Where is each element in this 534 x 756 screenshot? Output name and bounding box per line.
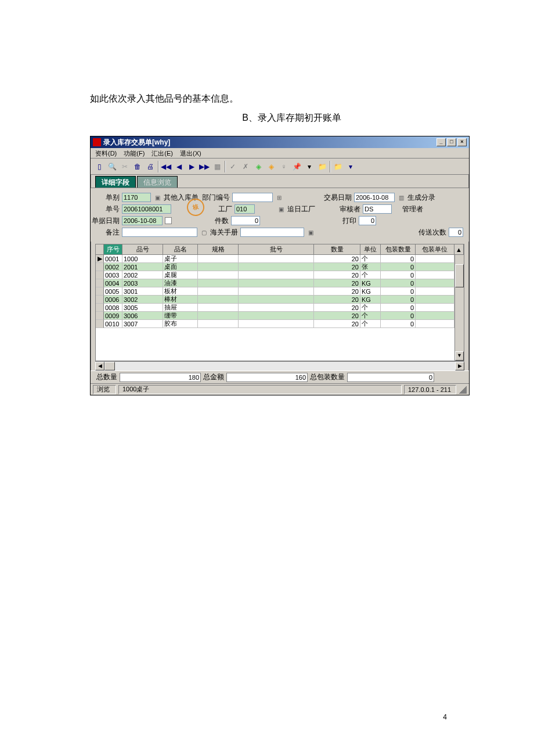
close-button[interactable]: × (457, 138, 467, 146)
table-row[interactable]: 00042003油漆20KG0 (96, 279, 464, 287)
calendar-icon[interactable]: ▥ (397, 193, 405, 201)
checkbox-djrq[interactable] (165, 217, 172, 224)
preview-icon[interactable]: 🔍 (107, 161, 117, 172)
manual-icon[interactable]: ▣ (306, 228, 315, 236)
tab-info-browse[interactable]: 信息浏览 (137, 176, 178, 188)
cell: 20 (314, 263, 360, 271)
label-dayin: 打印 (339, 216, 356, 226)
scroll-left-button[interactable]: ◀ (95, 362, 104, 370)
cancel-icon[interactable]: ✗ (240, 161, 251, 172)
tree-icon[interactable]: ⊞ (275, 193, 283, 201)
field-total-pack: 0 (347, 373, 434, 382)
cell: 0002 (104, 263, 122, 271)
cell: 胶布 (163, 320, 198, 328)
cell (198, 255, 239, 263)
filter-icon[interactable]: ♀ (279, 161, 289, 172)
cell: 绷带 (163, 312, 198, 320)
label-zhuichang: 追日工厂 (287, 204, 315, 214)
horizontal-scrollbar[interactable]: ◀ ▶ (95, 361, 464, 370)
label-jyrq: 交易日期 (323, 193, 352, 203)
col-pm[interactable]: 品名 (163, 244, 198, 254)
menu-exit[interactable]: 退出(X) (180, 149, 201, 157)
field-shenhe[interactable]: DS (363, 204, 392, 214)
cell: 2003 (122, 279, 163, 287)
col-seq[interactable]: 序号 (104, 244, 122, 254)
toolbar-separator (330, 161, 330, 172)
field-haiguan[interactable] (240, 228, 304, 237)
field-beizhu[interactable] (122, 228, 197, 237)
table-row[interactable]: 00032002桌腿20个0 (96, 271, 464, 279)
label-sheng: 生成分录 (407, 193, 435, 203)
table-row[interactable]: 00083005抽屉20个0 (96, 304, 464, 312)
titlebar[interactable]: 录入库存交易单[why] _ □ × (91, 136, 469, 148)
cell: 油漆 (163, 279, 198, 287)
approve-icon[interactable]: ◈ (253, 161, 264, 172)
note-icon[interactable]: ▢ (200, 228, 208, 236)
cell: 0 (381, 320, 416, 328)
cell (198, 271, 239, 279)
doc-icon[interactable]: ▣ (277, 205, 285, 213)
calc-icon[interactable]: ▦ (212, 161, 222, 172)
minimize-button[interactable]: _ (436, 138, 446, 146)
col-sl[interactable]: 数量 (314, 244, 360, 254)
print-icon[interactable]: 🖨 (145, 161, 156, 172)
scroll-thumb[interactable] (455, 264, 464, 287)
folder2-icon[interactable]: 📁 (333, 161, 343, 172)
label-danbie: 单别 (96, 193, 120, 203)
scroll-right-button[interactable]: ▶ (455, 362, 464, 370)
scroll-down-button[interactable]: ▼ (455, 351, 464, 361)
vertical-scrollbar[interactable]: ▼ (454, 255, 464, 361)
cell (239, 320, 314, 328)
confirm-icon[interactable]: ✓ (228, 161, 238, 172)
field-djrq[interactable]: 2006-10-08 (122, 216, 163, 225)
maximize-button[interactable]: □ (447, 138, 456, 146)
first-icon[interactable]: ◀◀ (161, 161, 171, 172)
pin-icon[interactable]: 📌 (291, 161, 302, 172)
field-bumen[interactable] (232, 193, 273, 202)
col-bh[interactable]: 批号 (239, 244, 314, 254)
field-dayin[interactable]: 0 (359, 216, 376, 225)
table-row[interactable]: 00103007胶布20个0 (96, 320, 464, 328)
table-row[interactable]: 00093006绷带20个0 (96, 312, 464, 320)
cut-icon[interactable]: ✂ (120, 161, 130, 172)
last-icon[interactable]: ▶▶ (199, 161, 210, 172)
menu-function[interactable]: 功能(F) (124, 149, 145, 157)
field-danhao[interactable]: 20061008001 (122, 204, 171, 214)
col-bzdw[interactable]: 包装单位 (416, 244, 454, 254)
table-row[interactable]: 00063002棒材20KG0 (96, 296, 464, 304)
folder-icon[interactable]: 📁 (317, 161, 327, 172)
next-icon[interactable]: ▶ (186, 161, 197, 172)
hscroll-thumb[interactable] (104, 362, 115, 370)
detail-grid[interactable]: 序号 品号 品名 规格 批号 数量 单位 包装数量 包装单位 ▲ ▶000110… (95, 244, 464, 361)
status-current: 1000桌子 (118, 385, 402, 394)
status-mode: 浏览 (93, 385, 116, 394)
col-bzsl[interactable]: 包装数量 (381, 244, 416, 254)
field-gongchang[interactable]: 010 (234, 204, 255, 214)
unapprove-icon[interactable]: ◈ (266, 161, 276, 172)
row-indicator (96, 320, 104, 328)
label-guanli: 管理者 (402, 204, 423, 214)
prev-icon[interactable]: ◀ (174, 161, 184, 172)
menu-data[interactable]: 资料(D) (95, 149, 117, 157)
new-doc-icon[interactable]: ▯ (94, 161, 104, 172)
lookup-icon[interactable]: ▣ (153, 193, 161, 201)
tab-detail-fields[interactable]: 详细字段 (95, 176, 136, 188)
col-ph[interactable]: 品号 (122, 244, 163, 254)
menu-export[interactable]: 汇出(E) (151, 149, 173, 157)
table-row[interactable]: ▶00011000桌子20个0 (96, 255, 464, 263)
col-dw[interactable]: 单位 (360, 244, 381, 254)
cell (239, 279, 314, 287)
dropdown-icon[interactable]: ▾ (304, 161, 315, 172)
field-jyrq[interactable]: 2006-10-08 (354, 193, 395, 202)
resize-grip-icon[interactable] (459, 386, 467, 394)
field-jianshu[interactable]: 0 (231, 216, 260, 225)
field-total-qty: 180 (120, 373, 201, 382)
dropdown2-icon[interactable]: ▾ (345, 161, 356, 172)
cell (416, 255, 454, 263)
field-danbie[interactable]: 1170 (122, 193, 151, 202)
delete-icon[interactable]: 🗑 (132, 161, 143, 172)
table-row[interactable]: 00022001桌面20张0 (96, 263, 464, 271)
cell (239, 312, 314, 320)
table-row[interactable]: 00053001板材20KG0 (96, 287, 464, 296)
col-gg[interactable]: 规格 (198, 244, 239, 254)
